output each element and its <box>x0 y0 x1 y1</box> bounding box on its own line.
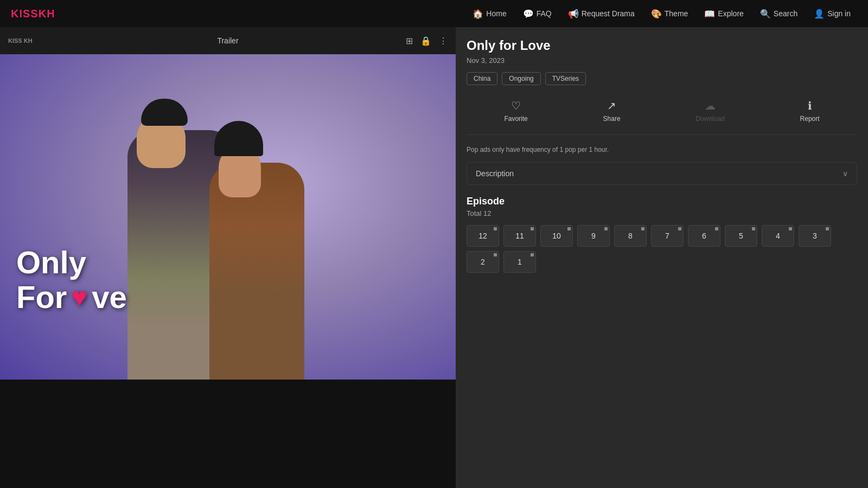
nav-search[interactable]: 🔍 Search <box>754 5 804 22</box>
episode-dot-11 <box>531 227 534 230</box>
episode-grid: 121110987654321 <box>467 225 857 273</box>
title-overlay: Only For ♥ ve <box>16 245 127 314</box>
tags-container: China Ongoing TVSeries <box>467 72 857 85</box>
video-trailer-label: Trailer <box>217 36 238 45</box>
home-icon: 🏠 <box>473 9 483 19</box>
explore-icon: 📖 <box>704 9 715 19</box>
episode-dot-12 <box>494 227 497 230</box>
request-icon: 📢 <box>568 9 579 19</box>
video-panel: KISS KH Trailer ⊞ 🔒 ⋮ Only <box>0 27 456 488</box>
nav-faq[interactable]: 💬 FAQ <box>516 5 558 22</box>
episode-dot-9 <box>604 227 608 230</box>
episode-button-7[interactable]: 7 <box>651 225 684 247</box>
report-label: Report <box>800 115 820 123</box>
main-layout: KISS KH Trailer ⊞ 🔒 ⋮ Only <box>0 27 868 488</box>
episode-dot-5 <box>752 227 755 230</box>
sidebar: Only for Love Nov 3, 2023 China Ongoing … <box>456 27 868 488</box>
tag-china[interactable]: China <box>467 72 497 85</box>
chevron-down-icon: ∨ <box>843 169 848 178</box>
heart-action-icon: ♡ <box>511 99 521 112</box>
video-top-bar: KISS KH Trailer ⊞ 🔒 ⋮ <box>0 27 456 54</box>
episode-section: Episode Total 12 121110987654321 <box>467 196 857 273</box>
nav-signin[interactable]: 👤 Sign in <box>807 5 857 22</box>
subtitle-icon[interactable]: ⊞ <box>406 36 413 46</box>
episode-dot-1 <box>531 253 534 256</box>
report-icon: ℹ <box>808 99 812 112</box>
description-toggle[interactable]: Description ∨ <box>467 162 857 185</box>
nav-explore[interactable]: 📖 Explore <box>698 5 750 22</box>
report-button[interactable]: ℹ Report <box>794 96 826 126</box>
favorite-button[interactable]: ♡ Favorite <box>497 96 534 126</box>
episode-button-3[interactable]: 3 <box>799 225 831 247</box>
video-area[interactable]: Only For ♥ ve <box>0 54 456 380</box>
episode-title: Episode <box>467 196 857 207</box>
episode-dot-8 <box>641 227 644 230</box>
site-logo[interactable]: KISSKH <box>11 8 55 20</box>
share-icon: ↗ <box>607 99 616 112</box>
episode-dot-10 <box>567 227 571 230</box>
theme-icon: 🎨 <box>651 9 662 19</box>
episode-total: Total 12 <box>467 209 857 217</box>
main-nav: 🏠 Home 💬 FAQ 📢 Request Drama 🎨 Theme 📖 E… <box>466 5 857 22</box>
episode-button-9[interactable]: 9 <box>577 225 610 247</box>
share-label: Share <box>603 115 621 123</box>
episode-dot-7 <box>678 227 681 230</box>
nav-home[interactable]: 🏠 Home <box>466 5 513 22</box>
episode-button-1[interactable]: 1 <box>503 251 536 273</box>
description-label: Description <box>476 169 514 178</box>
more-options-icon[interactable]: ⋮ <box>439 36 448 46</box>
episode-button-4[interactable]: 4 <box>762 225 794 247</box>
episode-dot-2 <box>494 253 497 256</box>
title-line2: For ♥ ve <box>16 280 127 314</box>
title-line1: Only <box>16 245 127 280</box>
download-button: ☁ Download <box>689 96 731 126</box>
faq-icon: 💬 <box>523 9 534 19</box>
search-icon: 🔍 <box>760 9 771 19</box>
heart-icon: ♥ <box>71 282 87 312</box>
figure-woman-body <box>209 163 304 380</box>
show-date: Nov 3, 2023 <box>467 56 857 65</box>
header: KISSKH 🏠 Home 💬 FAQ 📢 Request Drama 🎨 Th… <box>0 0 868 27</box>
video-controls: ⊞ 🔒 ⋮ <box>406 36 448 46</box>
episode-dot-4 <box>789 227 792 230</box>
favorite-label: Favorite <box>504 115 527 123</box>
episode-button-11[interactable]: 11 <box>503 225 536 247</box>
nav-request-drama[interactable]: 📢 Request Drama <box>561 5 641 22</box>
action-buttons: ♡ Favorite ↗ Share ☁ Download ℹ Report <box>467 96 857 135</box>
tag-ongoing[interactable]: Ongoing <box>502 72 540 85</box>
lock-icon[interactable]: 🔒 <box>420 36 431 46</box>
episode-button-10[interactable]: 10 <box>540 225 573 247</box>
show-title: Only for Love <box>467 38 857 53</box>
tag-tvseries[interactable]: TVSeries <box>545 72 586 85</box>
download-icon: ☁ <box>705 99 716 112</box>
episode-dot-6 <box>715 227 718 230</box>
episode-button-2[interactable]: 2 <box>467 251 499 273</box>
episode-button-5[interactable]: 5 <box>725 225 757 247</box>
episode-button-12[interactable]: 12 <box>467 225 499 247</box>
episode-dot-3 <box>826 227 829 230</box>
episode-button-8[interactable]: 8 <box>614 225 647 247</box>
nav-theme[interactable]: 🎨 Theme <box>644 5 695 22</box>
download-label: Download <box>695 115 724 123</box>
video-bottom-area <box>0 380 456 488</box>
video-logo: KISS KH <box>8 37 33 44</box>
share-button[interactable]: ↗ Share <box>597 96 627 126</box>
episode-button-6[interactable]: 6 <box>688 225 720 247</box>
user-icon: 👤 <box>814 9 825 19</box>
pop-ads-notice: Pop ads only have frequency of 1 pop per… <box>467 146 857 153</box>
